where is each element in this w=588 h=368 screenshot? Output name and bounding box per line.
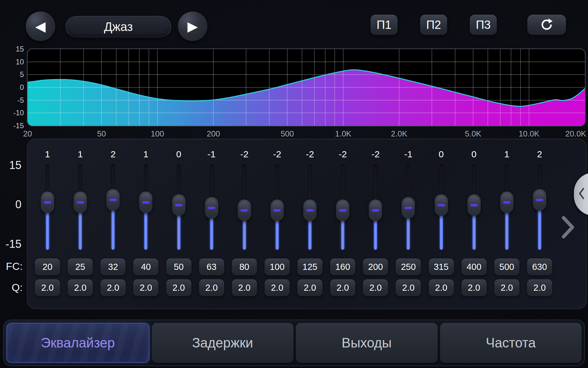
next-bands-page-button[interactable] bbox=[561, 216, 575, 239]
x-tick-label: 500 bbox=[281, 129, 294, 138]
band-fc-button[interactable]: 20 bbox=[35, 259, 60, 275]
bands-panel: 1 20 2.0 1 25 2.0 2 bbox=[27, 139, 587, 309]
slider-thumb-dash bbox=[405, 207, 412, 209]
band-q-button[interactable]: 2.0 bbox=[133, 279, 158, 296]
tab-delays[interactable]: Задержки bbox=[152, 323, 294, 363]
slider-thumb[interactable] bbox=[402, 197, 415, 219]
tab-frequency[interactable]: Частота bbox=[440, 323, 582, 363]
band-gain-value: -2 bbox=[295, 149, 325, 159]
x-tick-label: 20.0K bbox=[565, 129, 586, 138]
eq-band: 0 400 2.0 bbox=[459, 139, 489, 309]
band-fc-button[interactable]: 125 bbox=[297, 259, 322, 275]
band-q-button[interactable]: 2.0 bbox=[330, 279, 355, 296]
slider-thumb-inner bbox=[469, 196, 479, 211]
band-fc-button[interactable]: 40 bbox=[133, 259, 158, 275]
tab-label: Эквалайзер bbox=[41, 335, 115, 351]
slider-thumb-dash bbox=[503, 201, 510, 203]
preset-next-button[interactable]: ▶ bbox=[178, 12, 207, 41]
preset-memory-2-button[interactable]: П2 bbox=[420, 15, 447, 35]
slider-thumb[interactable] bbox=[533, 189, 546, 211]
band-q-button[interactable]: 2.0 bbox=[68, 279, 93, 296]
band-q-button[interactable]: 2.0 bbox=[396, 279, 421, 296]
preset-memory-3-button[interactable]: П3 bbox=[470, 15, 497, 35]
band-q-button[interactable]: 2.0 bbox=[429, 279, 454, 296]
slider-thumb[interactable] bbox=[139, 192, 153, 213]
chevron-right-icon bbox=[561, 235, 575, 240]
slider-thumb[interactable] bbox=[172, 194, 185, 216]
band-gain-value: 2 bbox=[98, 149, 128, 159]
band-fc-button[interactable]: 25 bbox=[68, 259, 93, 275]
slider-thumb[interactable] bbox=[369, 200, 382, 221]
slider-thumb-dash bbox=[175, 204, 182, 206]
band-fc-button[interactable]: 63 bbox=[199, 259, 224, 275]
y-tick-label: -15 bbox=[1, 121, 24, 130]
band-q-button[interactable]: 2.0 bbox=[297, 279, 322, 296]
eq-response-plot bbox=[27, 48, 586, 126]
slider-thumb[interactable] bbox=[303, 200, 317, 221]
band-fc-button[interactable]: 250 bbox=[396, 259, 421, 275]
tab-label: Частота bbox=[486, 335, 536, 351]
y-tick-label: -10 bbox=[1, 108, 24, 117]
eq-band: -2 125 2.0 bbox=[295, 139, 325, 309]
slider-thumb-dash bbox=[241, 209, 248, 211]
eq-band: -2 200 2.0 bbox=[360, 139, 391, 309]
slider-thumb[interactable] bbox=[270, 200, 284, 221]
x-tick-label: 200 bbox=[207, 129, 220, 138]
slider-thumb[interactable] bbox=[238, 200, 251, 221]
band-q-button[interactable]: 2.0 bbox=[363, 279, 388, 296]
band-q-button[interactable]: 2.0 bbox=[199, 279, 224, 296]
band-fc-button[interactable]: 32 bbox=[100, 259, 126, 275]
y-tick-label: 15 bbox=[1, 44, 24, 54]
band-fc-button[interactable]: 160 bbox=[330, 259, 355, 275]
preset-name: Джаз bbox=[104, 20, 133, 34]
slider-thumb-inner bbox=[141, 194, 151, 208]
tab-equalizer[interactable]: Эквалайзер bbox=[6, 323, 149, 363]
band-gain-value: 1 bbox=[65, 149, 96, 159]
band-fc-button[interactable]: 100 bbox=[265, 259, 290, 275]
band-q-button[interactable]: 2.0 bbox=[232, 279, 257, 296]
right-triangle-icon: ▶ bbox=[187, 20, 198, 33]
eq-band: -1 63 2.0 bbox=[196, 139, 227, 309]
band-q-button[interactable]: 2.0 bbox=[494, 279, 519, 296]
slider-thumb[interactable] bbox=[336, 200, 349, 221]
band-gain-value: 0 bbox=[164, 149, 194, 159]
slider-thumb-inner bbox=[174, 196, 183, 211]
slider-thumb[interactable] bbox=[467, 194, 481, 216]
band-fc-button[interactable]: 200 bbox=[363, 259, 388, 275]
preset-prev-button[interactable]: ◀ bbox=[26, 12, 55, 41]
band-q-button[interactable]: 2.0 bbox=[265, 279, 290, 296]
band-q-button[interactable]: 2.0 bbox=[527, 279, 552, 296]
slider-thumb-inner bbox=[305, 201, 315, 216]
eq-band: 1 40 2.0 bbox=[130, 139, 161, 309]
band-fc-button[interactable]: 80 bbox=[232, 259, 257, 275]
reset-button[interactable] bbox=[527, 15, 566, 35]
x-tick-label: 10.0K bbox=[518, 129, 539, 138]
slider-thumb[interactable] bbox=[435, 194, 448, 216]
band-fc-button[interactable]: 400 bbox=[462, 259, 487, 275]
slider-thumb[interactable] bbox=[205, 197, 218, 219]
band-q-button[interactable]: 2.0 bbox=[35, 279, 60, 296]
fc-row-label: FC: bbox=[0, 260, 23, 272]
band-q-button[interactable]: 2.0 bbox=[166, 279, 191, 296]
slider-thumb-dash bbox=[110, 199, 117, 201]
tab-outputs[interactable]: Выходы bbox=[296, 323, 438, 363]
band-fc-button[interactable]: 315 bbox=[429, 259, 454, 275]
eq-band: -2 160 2.0 bbox=[327, 139, 358, 309]
band-fc-button[interactable]: 500 bbox=[494, 259, 519, 275]
band-q-button[interactable]: 2.0 bbox=[462, 279, 487, 296]
preset-memory-1-button[interactable]: П1 bbox=[371, 15, 398, 35]
eq-band: -2 80 2.0 bbox=[229, 139, 260, 309]
slider-thumb-dash bbox=[273, 209, 281, 211]
eq-band: 2 32 2.0 bbox=[98, 139, 128, 309]
slider-thumb[interactable] bbox=[107, 189, 120, 211]
band-fc-button[interactable]: 630 bbox=[527, 259, 552, 275]
band-fc-button[interactable]: 50 bbox=[166, 259, 191, 275]
band-gain-value: 1 bbox=[32, 149, 63, 159]
chevron-left-icon bbox=[574, 187, 585, 201]
slider-thumb[interactable] bbox=[41, 192, 54, 213]
slider-thumb[interactable] bbox=[500, 192, 513, 213]
preset-selector[interactable]: Джаз bbox=[66, 16, 171, 37]
slider-thumb[interactable] bbox=[74, 192, 87, 213]
band-q-button[interactable]: 2.0 bbox=[100, 279, 126, 296]
x-tick-label: 5.0K bbox=[465, 129, 481, 138]
